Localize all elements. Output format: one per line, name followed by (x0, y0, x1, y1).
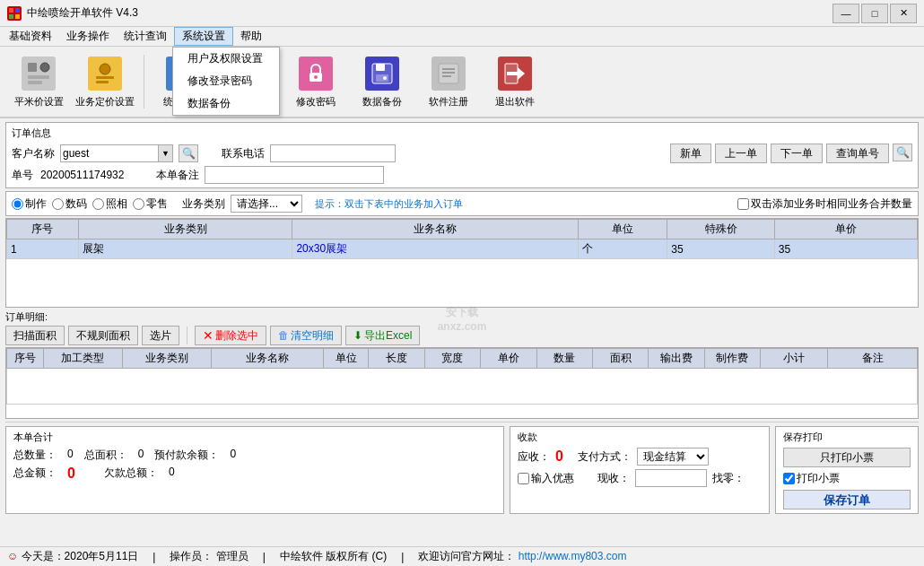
order-detail-section: 订单明细: 扫描面积 不规则面积 选片 ✕ 删除选中 🗑 清空明细 ⬇ 导出Ex… (5, 310, 919, 419)
title-bar: 中绘喷绘开单软件 V4.3 — □ ✕ (0, 0, 924, 27)
radio-row: 制作 数码 照相 零售 业务类别 请选择... 提示：双击下表中的业务加入订单 … (5, 191, 919, 216)
menu-bangzhu[interactable]: 帮助 (233, 27, 269, 46)
prev-order-button[interactable]: 上一单 (715, 144, 767, 163)
operator-label: 操作员： (170, 550, 213, 562)
discount-checkbox[interactable] (518, 473, 529, 484)
lower-th-length: 长度 (369, 349, 424, 369)
toolbar-label-pingmi: 平米价设置 (14, 95, 64, 109)
customer-search-button[interactable]: 🔍 (179, 144, 198, 162)
lower-table-container[interactable]: 序号 加工类型 业务类别 业务名称 单位 长度 宽度 单价 数量 面积 输出费 … (5, 347, 919, 419)
radio-shuma[interactable]: 数码 (52, 196, 87, 212)
upper-cell-name-1: 20x30展架 (292, 239, 578, 259)
clear-detail-button[interactable]: 🗑 清空明细 (270, 326, 342, 345)
system-settings-dropdown: 用户及权限设置 修改登录密码 数据备份 (172, 47, 280, 116)
upper-cell-category-1: 展架 (78, 239, 292, 259)
upper-cell-unit-1: 个 (578, 239, 667, 259)
bottom-section: 本单合计 总数量： 0 总面积： 0 预付款余额： 0 总金额： 0 欠款总额：… (5, 422, 919, 514)
prepay-label: 预付款余额： (154, 448, 219, 463)
toolbar-btn-register[interactable]: 软件注册 (417, 51, 480, 112)
payment-method-combo: 现金结算 (637, 448, 709, 466)
menu-xitong-shezhi[interactable]: 系统设置 (174, 27, 233, 46)
minimize-button[interactable]: — (832, 4, 859, 23)
next-order-button[interactable]: 下一单 (771, 144, 823, 163)
toolbar-btn-backup[interactable]: 数据备份 (351, 51, 414, 112)
upper-cell-seq-1: 1 (7, 239, 79, 259)
toolbar-btn-yewu-pricing[interactable]: 业务定价设置 (74, 51, 136, 112)
toolbar-label-exit: 退出软件 (495, 95, 535, 109)
radio-lingshou[interactable]: 零售 (133, 196, 168, 212)
order-search-button[interactable]: 🔍 (893, 144, 912, 161)
detail-buttons-row: 扫描面积 不规则面积 选片 ✕ 删除选中 🗑 清空明细 ⬇ 导出Excel (5, 326, 919, 345)
query-order-button[interactable]: 查询单号 (826, 144, 889, 163)
total-area-label: 总面积： (84, 448, 127, 463)
lower-th-subtotal: 小计 (761, 349, 828, 369)
menu-yewu-caozuo[interactable]: 业务操作 (59, 27, 117, 46)
phone-label: 联系电话 (222, 146, 265, 161)
svg-point-24 (383, 76, 387, 80)
menu-jichuzi liao[interactable]: 基础资料 (2, 27, 59, 46)
export-excel-button[interactable]: ⬇ 导出Excel (345, 326, 420, 345)
lower-th-category: 业务类别 (122, 349, 212, 369)
lower-th-remark: 备注 (828, 349, 918, 369)
scan-area-button[interactable]: 扫描面积 (5, 326, 65, 345)
app-icon (7, 6, 22, 21)
radio-lingshou-input[interactable] (133, 198, 144, 210)
customer-label: 客户名称 (12, 146, 55, 161)
actual-input[interactable] (635, 469, 707, 487)
toolbar-btn-change-pwd[interactable]: 修改密码 (284, 51, 347, 112)
radio-zhaoxiang[interactable]: 照相 (92, 196, 127, 212)
svg-rect-2 (9, 14, 13, 19)
total-count-label: 总数量： (13, 448, 57, 463)
dropdown-item-user-permissions[interactable]: 用户及权限设置 (173, 48, 279, 70)
merge-checkbox-label[interactable]: 双击添加业务时相同业务合并数量 (737, 196, 912, 212)
lower-th-make-fee: 制作费 (704, 349, 760, 369)
print-small-checkbox[interactable] (783, 473, 795, 484)
radio-shuma-input[interactable] (52, 198, 64, 210)
biz-type-label: 业务类别 (182, 196, 225, 212)
remark-input[interactable] (205, 166, 384, 184)
print-small-only-button[interactable]: 只打印小票 (783, 448, 911, 467)
biz-type-select[interactable]: 请选择... (231, 195, 302, 213)
upper-table-row-1[interactable]: 1 展架 20x30展架 个 35 35 (7, 239, 918, 259)
customer-input[interactable] (60, 144, 159, 162)
print-small-checkbox-label[interactable]: 打印小票 (783, 471, 911, 486)
print-buttons: 只打印小票 打印小票 保存订单 (783, 448, 911, 509)
toolbar-btn-exit[interactable]: 退出软件 (484, 51, 546, 112)
payment-method-select[interactable]: 现金结算 (637, 448, 709, 466)
phone-input[interactable] (270, 144, 396, 162)
toolbar: 平米价设置 业务定价设置 (0, 47, 924, 118)
new-order-button[interactable]: 新单 (670, 144, 711, 163)
select-pic-button[interactable]: 选片 (142, 326, 179, 345)
radio-zhizuo[interactable]: 制作 (12, 196, 47, 212)
svg-rect-1 (15, 8, 20, 13)
operator-value: 管理员 (216, 550, 248, 562)
status-bar: ☺ 今天是：2020年5月11日 | 操作员： 管理员 | 中绘软件 版权所有 … (0, 546, 924, 566)
svg-point-8 (100, 64, 110, 74)
delete-selected-button[interactable]: ✕ 删除选中 (195, 326, 266, 345)
radio-zhaoxiang-input[interactable] (92, 198, 104, 210)
lower-th-price: 单价 (481, 349, 536, 369)
save-order-button[interactable]: 保存订单 (783, 490, 911, 509)
maximize-button[interactable]: □ (861, 4, 888, 23)
customer-dropdown-arrow[interactable]: ▼ (159, 144, 173, 162)
total-amount-value: 0 (67, 466, 75, 482)
discount-checkbox-label[interactable]: 输入优惠 (518, 471, 574, 486)
collect-title: 收款 (518, 431, 762, 444)
svg-rect-6 (28, 75, 49, 79)
toolbar-btn-pingmi[interactable]: 平米价设置 (7, 51, 70, 112)
svg-rect-4 (28, 63, 37, 72)
irregular-area-button[interactable]: 不规则面积 (68, 326, 138, 345)
menu-tongji-chaxun[interactable]: 统计查询 (117, 27, 174, 46)
upper-cell-price-1: 35 (774, 239, 917, 259)
order-info-section: 订单信息 客户名称 ▼ 🔍 联系电话 新单 上一单 下一单 查询单号 🔍 单号 … (5, 122, 919, 188)
backup-icon (364, 56, 400, 91)
merge-checkbox[interactable] (737, 198, 749, 210)
dropdown-item-data-backup[interactable]: 数据备份 (173, 92, 279, 115)
svg-point-20 (314, 75, 318, 79)
close-button[interactable]: ✕ (890, 4, 917, 23)
summary-row1: 总数量： 0 总面积： 0 预付款余额： 0 (13, 448, 496, 463)
upper-th-name: 业务名称 (292, 220, 578, 239)
radio-zhizuo-input[interactable] (12, 198, 23, 210)
dropdown-item-change-password[interactable]: 修改登录密码 (173, 70, 279, 92)
smiley-icon: ☺ (7, 550, 18, 562)
